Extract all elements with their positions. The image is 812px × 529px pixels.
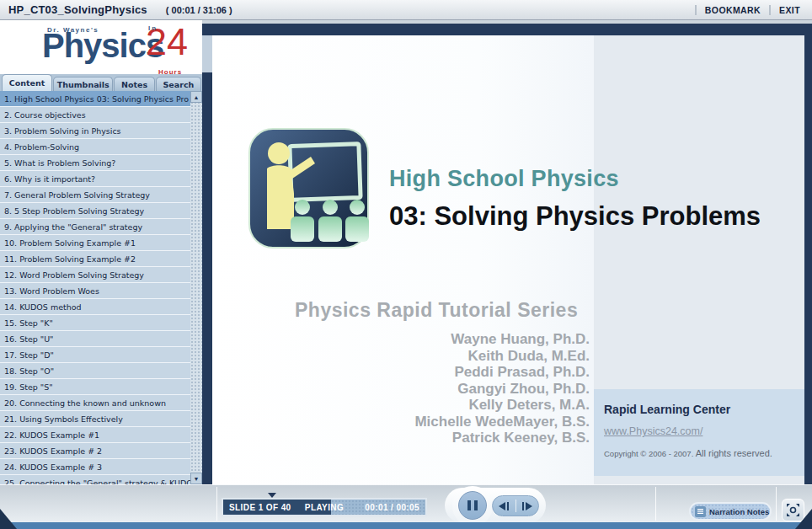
toc-item-label: 10. Problem Solving Example #1	[4, 238, 136, 248]
bottombar-divider	[776, 487, 777, 521]
bottom-strip	[0, 522, 812, 529]
author-name: Michelle WedeMayer, B.S.	[339, 414, 590, 430]
scroll-down-button[interactable]: ▼	[190, 473, 202, 484]
stage-right-strip	[804, 35, 812, 484]
toc-item[interactable]: 4. Problem-Solving	[0, 139, 190, 155]
author-name: Peddi Prasad, Ph.D.	[339, 364, 590, 381]
toc-item[interactable]: 9. Applying the "General" strategy	[0, 219, 190, 235]
toc-panel: 1. High School Physics 03: Solving Physi…	[0, 91, 202, 484]
toc-item[interactable]: 14. KUDOS method	[0, 299, 190, 315]
toc-item[interactable]: 25. Connecting the "General" strategy & …	[0, 475, 190, 484]
logo-word-in: In	[148, 24, 158, 32]
next-slide-icon	[526, 502, 532, 510]
toc-item-label: 1. High School Physics 03: Solving Physi…	[4, 94, 189, 104]
toc-item[interactable]: 12. Word Problem Solving Strategy	[0, 267, 190, 283]
footer-url-link[interactable]: www.Physics24.com/	[604, 425, 702, 437]
exit-button[interactable]: EXIT	[779, 5, 800, 15]
toc-item[interactable]: 13. Word Problem Woes	[0, 283, 190, 299]
slide-category: High School Physics	[389, 166, 619, 192]
author-name: Keith Duda, M.Ed.	[339, 348, 590, 365]
toc-item-label: 3. Problem Solving in Physics	[4, 126, 121, 136]
toc-item[interactable]: 3. Problem Solving in Physics	[0, 123, 190, 139]
toc-item[interactable]: 2. Course objectives	[0, 107, 190, 123]
toc-item[interactable]: 21. Using Symbols Effectively	[0, 411, 190, 427]
toc-item[interactable]: 17. Step "D"	[0, 347, 190, 363]
narration-notes-button[interactable]: Narration Notes	[689, 502, 772, 521]
toc-item[interactable]: 15. Step "K"	[0, 315, 190, 331]
fullscreen-button[interactable]	[782, 499, 804, 521]
logo-word-hours: Hours	[158, 68, 182, 74]
scroll-down-icon: ▼	[194, 476, 200, 482]
toc-item[interactable]: 16. Step "U"	[0, 331, 190, 347]
footer-org: Rapid Learning Center	[604, 403, 730, 416]
tab-thumbnails[interactable]: Thumbnails	[53, 77, 114, 91]
toc-item-label: 25. Connecting the "General" strategy & …	[4, 478, 190, 485]
narration-notes-label: Narration Notes	[709, 507, 769, 516]
titlebar-separator	[769, 5, 771, 15]
toc-item-label: 17. Step "D"	[4, 350, 54, 360]
scroll-up-button[interactable]: ▲	[190, 91, 202, 103]
bottombar-divider	[216, 487, 217, 521]
playback-controls	[445, 488, 546, 523]
stage-top-strip	[202, 24, 812, 35]
author-name: Gangyi Zhou, Ph.D.	[339, 381, 590, 398]
bottombar-divider	[655, 487, 656, 521]
toc-item[interactable]: 1. High School Physics 03: Solving Physi…	[0, 91, 190, 107]
toc-item[interactable]: 7. General Problem Solving Strategy	[0, 187, 190, 203]
toc-item[interactable]: 19. Step "S"	[0, 379, 190, 395]
toc-list: 1. High School Physics 03: Solving Physi…	[0, 91, 190, 484]
tab-content[interactable]: Content	[2, 74, 52, 91]
toc-item-label: 6. Why is it important?	[4, 174, 95, 184]
toc-scrollbar[interactable]: ▲ ▼	[190, 91, 202, 484]
author-name: Kelly Deters, M.A.	[339, 397, 590, 414]
pause-button[interactable]	[458, 491, 487, 520]
bookmark-button[interactable]: BOOKMARK	[705, 5, 761, 15]
toc-item[interactable]: 6. Why is it important?	[0, 171, 190, 187]
title-bar: HP_CT03_SolvingPhysics ( 00:01 / 31:06 )…	[0, 0, 812, 20]
footer-box: Rapid Learning Center www.Physics24.com/…	[594, 389, 804, 476]
toc-item[interactable]: 10. Problem Solving Example #1	[0, 235, 190, 251]
toc-item[interactable]: 18. Step "O"	[0, 363, 190, 379]
author-name: Wayne Huang, Ph.D.	[339, 331, 590, 348]
tab-search[interactable]: Search	[156, 77, 201, 91]
authors-list: Wayne Huang, Ph.D. Keith Duda, M.Ed. Ped…	[339, 331, 590, 446]
author-name: Patrick Keeney, B.S.	[339, 430, 590, 446]
toc-item-label: 2. Course objectives	[4, 110, 86, 120]
toc-item-label: 5. What is Problem Solving?	[4, 158, 115, 168]
slide-title: 03: Solving Physics Problems	[389, 201, 761, 232]
presentation-title: HP_CT03_SolvingPhysics	[8, 3, 147, 16]
next-slide-button[interactable]	[516, 496, 539, 516]
toc-item-label: 22. KUDOS Example #1	[4, 430, 99, 440]
toc-item[interactable]: 5. What is Problem Solving?	[0, 155, 190, 171]
toc-item-label: 18. Step "O"	[4, 366, 54, 376]
seek-progress-bar[interactable]: SLIDE 1 OF 40 PLAYING 00:01 / 00:05	[222, 498, 427, 516]
toc-item-label: 12. Word Problem Solving Strategy	[4, 270, 144, 280]
slide-canvas: High School Physics 03: Solving Physics …	[212, 35, 804, 484]
total-elapsed-time: ( 00:01 / 31:06 )	[166, 5, 232, 15]
slide-step-controls	[492, 495, 539, 516]
playback-status: PLAYING	[223, 503, 425, 512]
previous-slide-button[interactable]	[493, 496, 516, 516]
sidebar-tabs: Content Thumbnails Notes Search	[0, 74, 202, 91]
toc-item[interactable]: 24. KUDOS Example # 3	[0, 459, 190, 475]
toc-item-label: 19. Step "S"	[4, 382, 53, 392]
tab-notes[interactable]: Notes	[114, 77, 154, 91]
scroll-up-icon: ▲	[194, 94, 200, 100]
brand-logo: Dr. Wayne's Physics 24 In Hours	[0, 20, 202, 74]
toc-item-label: 21. Using Symbols Effectively	[4, 414, 123, 424]
toc-item-label: 4. Problem-Solving	[4, 142, 79, 152]
toc-item-label: 14. KUDOS method	[4, 302, 82, 312]
toc-item-label: 16. Step "U"	[4, 334, 53, 344]
toc-item-label: 13. Word Problem Woes	[4, 286, 99, 296]
toc-item-label: 15. Step "K"	[4, 318, 53, 328]
toc-item[interactable]: 22. KUDOS Example #1	[0, 427, 190, 443]
toc-item[interactable]: 23. KUDOS Example # 2	[0, 443, 190, 459]
toc-item[interactable]: 11. Problem Solving Example #2	[0, 251, 190, 267]
toc-item-label: 24. KUDOS Example # 3	[4, 462, 102, 472]
toc-item-label: 8. 5 Step Problem Solving Strategy	[4, 206, 144, 216]
toc-item[interactable]: 20. Connecting the known and unknown	[0, 395, 190, 411]
presentation-player-window: HP_CT03_SolvingPhysics ( 00:01 / 31:06 )…	[0, 0, 812, 529]
pause-icon	[467, 500, 471, 510]
footer-copyright: Copyright © 2006 - 2007. All rights rese…	[604, 445, 772, 460]
toc-item[interactable]: 8. 5 Step Problem Solving Strategy	[0, 203, 190, 219]
